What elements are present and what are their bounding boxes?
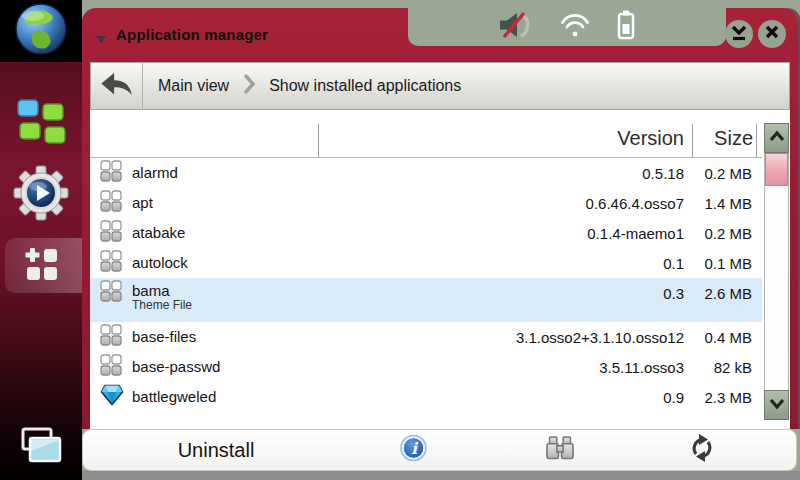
window-title: Application manager: [116, 26, 268, 43]
table-row[interactable]: base-passwd 3.5.11.osso3 82 kB: [90, 352, 762, 382]
table-row[interactable]: autolock 0.1 0.1 MB: [90, 248, 762, 278]
task-navigator: [0, 0, 82, 480]
package-name: apt: [132, 194, 153, 211]
gem-icon: [100, 384, 124, 410]
search-binoculars-button[interactable]: [545, 436, 575, 465]
refresh-button[interactable]: [687, 433, 717, 467]
package-icon: [100, 250, 122, 276]
breadcrumb: Main view Show installed applications: [90, 62, 790, 110]
chevron-right-icon: [242, 72, 256, 100]
info-icon: i: [400, 435, 427, 466]
table-row[interactable]: atabake 0.1.4-maemo1 0.2 MB: [90, 218, 762, 248]
table-row[interactable]: apt 0.6.46.4.osso7 1.4 MB: [90, 188, 762, 218]
breadcrumb-main-view[interactable]: Main view: [158, 77, 229, 95]
back-button[interactable]: [91, 63, 143, 109]
package-version: 0.3: [663, 285, 684, 302]
scrollbar-track[interactable]: [764, 153, 789, 390]
sidebar-item-window-switcher[interactable]: [0, 426, 82, 470]
package-icon: [100, 280, 122, 306]
package-version: 0.6.46.4.osso7: [586, 195, 684, 212]
package-icon: [100, 160, 122, 186]
application-manager-window: Application manager: [82, 8, 798, 429]
bottom-strip: [82, 471, 800, 480]
package-version: 0.1.4-maemo1: [587, 225, 684, 242]
minimize-icon: [730, 23, 748, 46]
list-header: Version Size: [90, 110, 762, 158]
breadcrumb-current-view: Show installed applications: [269, 77, 461, 95]
package-version: 0.5.18: [642, 165, 684, 182]
table-row[interactable]: bama Theme File 0.3 2.6 MB: [90, 278, 762, 322]
package-icon: [100, 190, 122, 216]
minimize-button[interactable]: [725, 20, 753, 48]
package-size: 0.4 MB: [704, 329, 752, 346]
package-list-area: Version Size alarmd: [90, 110, 790, 429]
package-icon: [100, 220, 122, 246]
package-size: 0.2 MB: [704, 165, 752, 182]
sidebar-item-utilities-media[interactable]: [0, 164, 82, 226]
column-separator: [318, 124, 319, 157]
package-name: autolock: [132, 254, 188, 271]
scrollbar-thumb[interactable]: [765, 153, 788, 186]
scrollbar: [764, 123, 789, 420]
gear-media-icon: [12, 164, 70, 226]
package-name: base-passwd: [132, 358, 220, 375]
package-name: bama: [132, 282, 192, 299]
refresh-icon: [687, 433, 717, 467]
package-version: 3.1.osso2+3.1.10.osso12: [516, 329, 684, 346]
package-version: 0.1: [663, 255, 684, 272]
back-arrow-icon: [98, 68, 136, 105]
column-separator: [692, 124, 693, 157]
package-size: 2.3 MB: [704, 389, 752, 406]
package-size: 0.2 MB: [704, 225, 752, 242]
column-header-version[interactable]: Version: [617, 127, 684, 150]
package-list: alarmd 0.5.18 0.2 MB apt: [90, 158, 762, 412]
package-icon: [100, 354, 122, 380]
scroll-down-icon: [768, 396, 786, 414]
package-subtitle: Theme File: [132, 299, 192, 313]
package-size: 82 kB: [714, 359, 752, 376]
details-info-button[interactable]: i: [400, 435, 427, 466]
column-header-size[interactable]: Size: [714, 127, 753, 150]
scroll-up-button[interactable]: [764, 123, 789, 153]
table-row[interactable]: alarmd 0.5.18 0.2 MB: [90, 158, 762, 188]
app-grid-icon: [15, 99, 67, 151]
package-size: 2.6 MB: [704, 285, 752, 302]
status-area: [408, 8, 726, 46]
screen: Application manager: [0, 0, 800, 480]
scroll-up-icon: [768, 129, 786, 147]
package-icon: [100, 324, 122, 350]
package-name: alarmd: [132, 164, 178, 181]
volume-muted-icon[interactable]: [498, 10, 534, 44]
bottom-toolbar: Uninstall i: [82, 429, 797, 471]
scroll-down-button[interactable]: [764, 390, 789, 420]
sidebar-item-application-manager[interactable]: [0, 238, 82, 293]
sidebar-item-web-browser[interactable]: [0, 0, 82, 62]
close-icon: [763, 23, 781, 45]
table-row[interactable]: battlegweled 0.9 2.3 MB: [90, 382, 762, 412]
window-switcher-icon: [18, 426, 64, 470]
menu-triangle-icon[interactable]: [95, 30, 107, 48]
web-browser-icon: [14, 2, 68, 60]
uninstall-button[interactable]: Uninstall: [83, 430, 349, 470]
package-name: atabake: [132, 224, 185, 241]
package-size: 0.1 MB: [704, 255, 752, 272]
titlebar[interactable]: Application manager: [82, 8, 798, 62]
column-separator: [756, 124, 757, 157]
package-name: base-files: [132, 328, 196, 345]
application-manager-icon: [21, 245, 61, 287]
package-name: battlegweled: [132, 388, 216, 405]
package-size: 1.4 MB: [704, 195, 752, 212]
sidebar-item-applications-menu[interactable]: [0, 100, 82, 150]
battery-icon[interactable]: [616, 9, 636, 45]
binoculars-icon: [545, 436, 575, 465]
package-version: 0.9: [663, 389, 684, 406]
wifi-icon[interactable]: [560, 13, 590, 42]
package-version: 3.5.11.osso3: [599, 359, 684, 376]
window-controls: [725, 20, 786, 48]
close-button[interactable]: [758, 20, 786, 48]
table-row[interactable]: base-files 3.1.osso2+3.1.10.osso12 0.4 M…: [90, 322, 762, 352]
